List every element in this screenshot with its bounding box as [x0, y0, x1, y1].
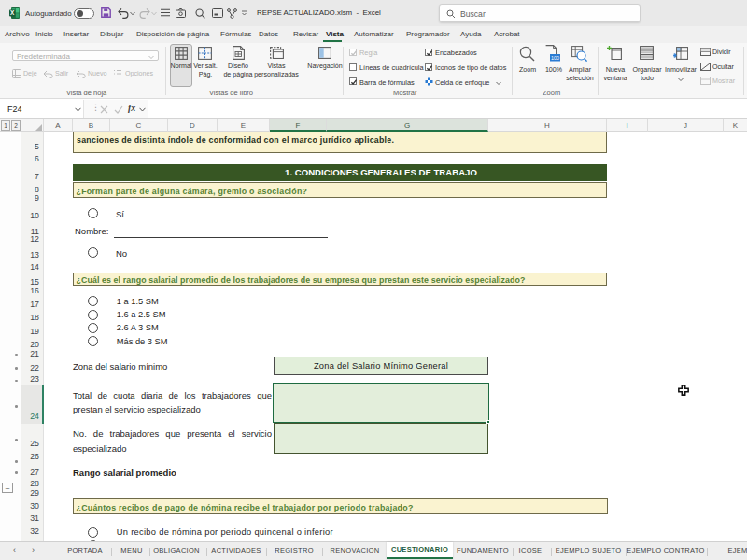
svg-text:X: X: [10, 9, 15, 16]
svg-text:100: 100: [551, 55, 559, 61]
